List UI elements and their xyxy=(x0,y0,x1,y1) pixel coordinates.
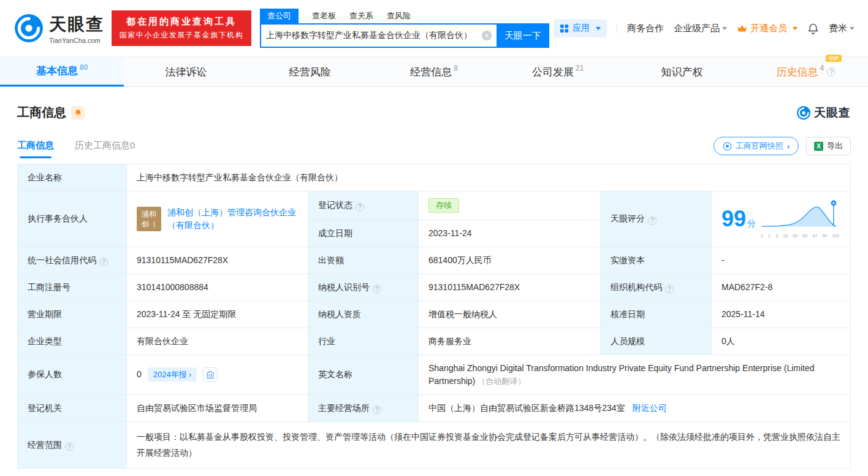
auto-translate-note: （自动翻译） xyxy=(478,377,525,386)
score-number: 99 xyxy=(721,206,746,231)
help-icon[interactable]: ? xyxy=(648,217,657,225)
enterprise-products-link[interactable]: 企业级产品 xyxy=(674,23,727,34)
scope-value: 一般项目：以私募基金从事股权投资、投资管理、资产管理等活动（须在中国证券投资基金… xyxy=(127,421,851,468)
partner-link[interactable]: 浦和创（上海）管理咨询合伙企业（有限合伙） xyxy=(167,206,298,232)
tab-legal-cases[interactable]: 法律诉讼 xyxy=(124,57,248,86)
top-right-nav: 应用 商务合作 企业级产品 开通会员 费米 xyxy=(554,19,855,37)
field-label-credit-code: 统一社会信用代码? xyxy=(18,247,127,274)
tab-operation-info[interactable]: 经营信息8 xyxy=(372,57,496,86)
user-name: 费米 xyxy=(829,23,847,33)
excel-icon: X xyxy=(814,142,823,151)
biz-coop-link[interactable]: 商务合作 xyxy=(627,23,664,34)
help-icon[interactable]: ? xyxy=(827,67,836,76)
subtab-business-info[interactable]: 工商信息 xyxy=(17,140,54,153)
field-label-executive-partner: 执行事务合伙人 xyxy=(18,191,127,247)
slogan-line-2: 国家中小企业发展子基金旗下机构 xyxy=(118,30,245,40)
tab-label: 法律诉讼 xyxy=(165,65,207,79)
field-label-industry: 行业 xyxy=(308,328,419,355)
table-row: 企业名称 上海中移数字转型产业私募基金合伙企业（有限合伙） xyxy=(18,164,851,191)
score-chart[interactable]: 0131550859799100 xyxy=(760,199,840,240)
annual-report-building-icon[interactable] xyxy=(203,367,218,382)
apps-button[interactable]: 应用 xyxy=(554,19,607,37)
status-badge: 存续 xyxy=(428,198,459,213)
section-title: 工商信息 xyxy=(17,104,66,121)
tab-basic-info[interactable]: 基本信息80 xyxy=(0,57,124,86)
est-date-value: 2023-11-24 xyxy=(419,220,601,247)
taxpayer-id-value: 91310115MAD627F28X xyxy=(419,274,601,301)
taxpayer-quality-value: 增值税一般纳税人 xyxy=(419,301,601,328)
reg-no-value: 310141000808884 xyxy=(127,274,308,301)
chevron-down-icon xyxy=(722,27,727,30)
help-icon[interactable]: ? xyxy=(356,203,364,212)
nearby-companies-link[interactable]: 附近公司 xyxy=(632,403,666,413)
field-label-term: 营业期限 xyxy=(18,301,127,328)
annual-report-tag[interactable]: 2024年报› xyxy=(148,367,197,382)
field-label-approval-date: 核准日期 xyxy=(601,301,712,328)
field-label-taxpayer-id: 纳税人识别号? xyxy=(308,274,419,301)
search-block: 查公司 查老板 查关系 查风险 ✕ 天眼一下 xyxy=(260,9,549,48)
subtab-history-business-info[interactable]: 历史工商信息0 xyxy=(75,140,135,153)
official-snapshot-button[interactable]: 工商官网快照 › xyxy=(714,137,799,155)
search-tab-risk[interactable]: 查风险 xyxy=(387,9,411,23)
monitor-bell-icon[interactable] xyxy=(71,106,85,120)
field-label-staff: 人员规模 xyxy=(601,328,712,355)
main-nav-tabs: 基本信息80 法律诉讼 经营风险 经营信息8 公司发展21 知识产权 历史信息4… xyxy=(0,56,868,87)
score-curve xyxy=(760,199,840,229)
tab-history-info[interactable]: 历史信息4 ? VIP xyxy=(744,57,868,86)
help-icon[interactable]: ? xyxy=(373,285,381,293)
field-label-taxpayer-quality: 纳税人资质 xyxy=(308,301,419,328)
field-label-company-name: 企业名称 xyxy=(18,164,127,191)
insured-count: 0 xyxy=(137,368,142,381)
notification-bell-icon[interactable] xyxy=(807,23,819,34)
search-tab-relation[interactable]: 查关系 xyxy=(349,9,373,23)
table-row: 营业期限 2023-11-24 至 无固定期限 纳税人资质 增值税一般纳税人 核… xyxy=(18,301,851,328)
table-row: 参保人数 0 2024年报› xyxy=(18,355,851,394)
tab-company-development[interactable]: 公司发展21 xyxy=(496,57,620,86)
field-label-text: 组织机构代码 xyxy=(611,282,662,292)
logo-name: 天眼查 xyxy=(49,13,104,36)
authority-value: 自由贸易试验区市场监督管理局 xyxy=(127,394,308,421)
tab-count: 21 xyxy=(576,64,584,72)
search-tab-company[interactable]: 查公司 xyxy=(260,9,299,23)
table-row: 企业类型 有限合伙企业 行业 商务服务业 人员规模 0人 xyxy=(18,328,851,355)
help-icon[interactable]: ? xyxy=(65,442,74,451)
slogan-line-1: 都在用的商业查询工具 xyxy=(118,16,245,28)
tianyancha-logo[interactable]: 天眼查 TianYanCha.com xyxy=(13,13,104,44)
open-vip-link[interactable]: 开通会员 xyxy=(737,23,798,34)
address-cell: 中国（上海）自由贸易试验区新金桥路1348号234室 附近公司 xyxy=(419,394,851,421)
vip-badge: VIP xyxy=(826,55,842,62)
help-icon[interactable]: ? xyxy=(99,258,108,266)
address-value: 中国（上海）自由贸易试验区新金桥路1348号234室 xyxy=(428,403,625,413)
export-label: 导出 xyxy=(827,140,843,152)
arrow-right-icon: › xyxy=(787,142,790,151)
partner-avatar[interactable]: 浦和 创（ xyxy=(137,207,161,231)
field-label-address: 主要经营场所? xyxy=(308,394,419,421)
table-row: 经营范围? 一般项目：以私募基金从事股权投资、投资管理、资产管理等活动（须在中国… xyxy=(18,421,851,468)
tab-label: 知识产权 xyxy=(661,65,703,79)
score-value: 99分 xyxy=(721,202,756,236)
field-label-text: 经营范围 xyxy=(28,440,62,450)
tab-count: 80 xyxy=(80,63,88,72)
slogan-banner: 都在用的商业查询工具 国家中小企业发展子基金旗下机构 xyxy=(112,10,251,46)
export-button[interactable]: X 导出 xyxy=(806,137,851,155)
insured-cell: 0 2024年报› xyxy=(127,355,308,394)
field-label-text: 纳税人识别号 xyxy=(318,282,370,292)
annual-report-label: 2024年报 xyxy=(153,369,187,381)
main-content: 工商信息 天眼查 工商信息 历史工商信息0 工商官网 xyxy=(0,104,868,469)
tab-label: 历史信息 xyxy=(776,65,818,79)
paid-capital-value: - xyxy=(712,247,851,274)
chevron-down-icon xyxy=(850,27,855,30)
clear-icon[interactable]: ✕ xyxy=(482,31,492,40)
capital-value: 681400万人民币 xyxy=(419,247,601,274)
tab-intellectual-property[interactable]: 知识产权 xyxy=(620,57,744,86)
search-button[interactable]: 天眼一下 xyxy=(497,23,549,48)
help-icon[interactable]: ? xyxy=(373,405,381,414)
user-menu[interactable]: 费米 xyxy=(829,23,855,34)
search-tab-boss[interactable]: 查老板 xyxy=(312,9,336,23)
search-input[interactable] xyxy=(261,31,482,40)
field-label-est-date: 成立日期 xyxy=(308,220,419,247)
score-cell: 99分 0131550 xyxy=(712,191,851,247)
tab-operation-risk[interactable]: 经营风险 xyxy=(248,57,372,86)
logo-text: 天眼查 TianYanCha.com xyxy=(49,13,104,44)
help-icon[interactable]: ? xyxy=(665,285,674,293)
